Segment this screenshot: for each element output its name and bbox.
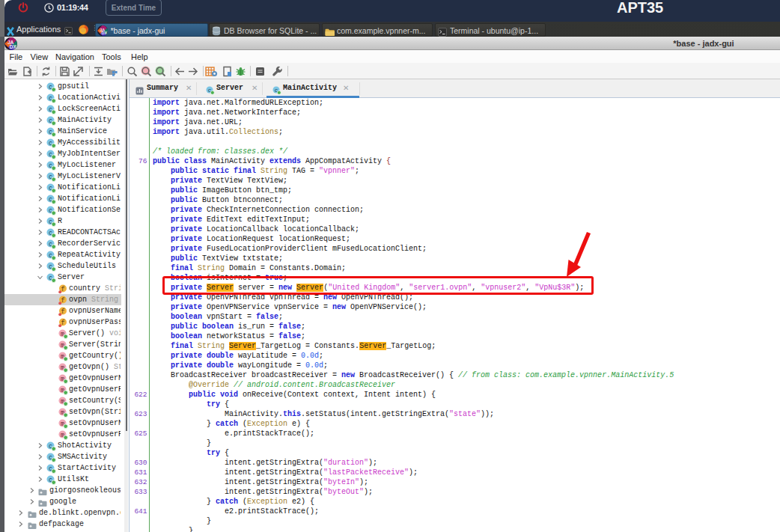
svg-text:DX: DX (101, 31, 107, 35)
svg-text:f: f (61, 297, 64, 305)
svg-text:f: f (61, 319, 64, 327)
svg-text:DX: DX (10, 44, 17, 49)
svg-text:f: f (61, 286, 64, 293)
svg-text:f: f (61, 308, 64, 316)
